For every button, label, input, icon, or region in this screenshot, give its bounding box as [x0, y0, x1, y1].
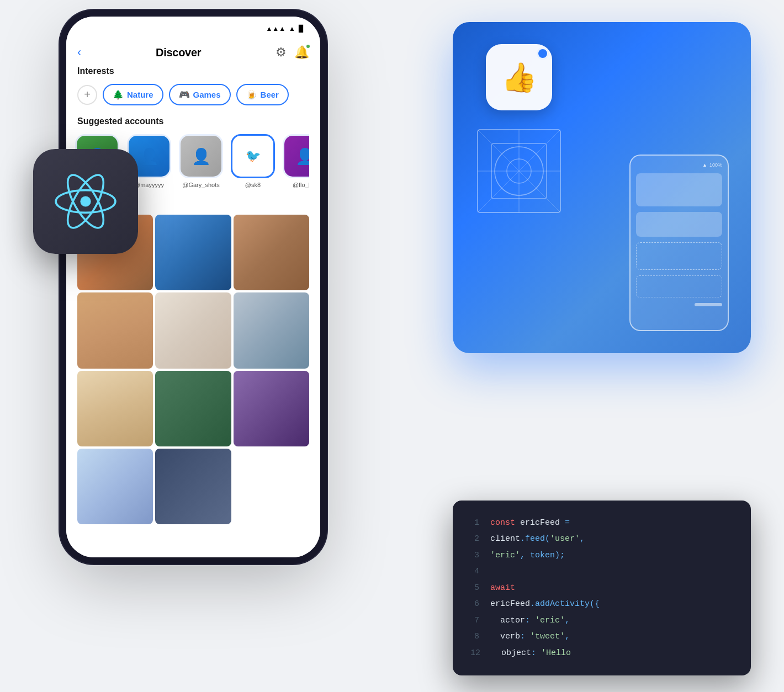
photo-cell-6[interactable] [234, 292, 309, 368]
line-content-8: verb: 'tweet', [490, 630, 570, 644]
code-line-4: 4 [470, 565, 733, 579]
battery-icon: ▉ [299, 25, 304, 33]
avatar-placeholder-5: 👤 [284, 136, 309, 177]
notification-icon[interactable]: 🔔 [294, 45, 309, 60]
photo-cell-10[interactable] [77, 449, 153, 524]
code-line-1: 1 const ericFeed = [470, 516, 733, 530]
photo-cell-3[interactable] [234, 215, 309, 290]
photo-cell-9[interactable] [234, 371, 309, 446]
nature-chip-icon: 🌲 [113, 89, 124, 100]
mini-dashed-block-2 [636, 275, 722, 297]
mini-dashed-block-1 [636, 242, 722, 270]
settings-icon[interactable]: ⚙ [276, 45, 287, 60]
code-line-3: 3 'eric', token); [470, 549, 733, 563]
back-button[interactable]: ‹ [77, 45, 81, 60]
mini-battery: 100% [709, 162, 722, 168]
avatar-flo: 👤 [283, 134, 309, 178]
username-gary: @Gary_shots [182, 182, 219, 188]
notification-dot [305, 44, 311, 49]
react-icon [52, 168, 119, 235]
line-num-5: 5 [470, 581, 479, 595]
mini-wifi: ▲ [702, 162, 707, 168]
mini-content-block-1 [636, 173, 722, 206]
code-lines: 1 const ericFeed = 2 client.feed('user',… [470, 516, 733, 661]
username-sk8: @sk8 [245, 182, 261, 188]
wireframe-svg [475, 127, 563, 215]
avatar-placeholder-3: 👤 [181, 136, 221, 177]
line-num-1: 1 [470, 516, 479, 530]
photo-cell-5[interactable] [155, 292, 231, 368]
chip-nature[interactable]: 🌲 Nature [103, 84, 163, 105]
mini-content-block-2 [636, 212, 722, 237]
line-num-7: 7 [470, 614, 479, 628]
chip-beer[interactable]: 🍺 Beer [236, 84, 289, 105]
code-line-8: 8 verb: 'tweet', [470, 630, 733, 644]
code-line-7: 7 actor: 'eric', [470, 614, 733, 628]
line-num-3: 3 [470, 549, 479, 563]
account-sk8[interactable]: 🐦 @sk8 [231, 134, 275, 188]
page-title: Discover [156, 46, 201, 59]
line-content-7: actor: 'eric', [490, 614, 570, 628]
beer-chip-icon: 🍺 [246, 89, 257, 100]
photo-cell-11[interactable] [155, 449, 231, 524]
phone-mockup: ▲▲▲ ▲ ▉ ‹ Discover ⚙ 🔔 [66, 17, 320, 557]
games-chip-label: Games [193, 90, 221, 99]
line-num-2: 2 [470, 532, 479, 546]
app-icon-like: 👍 [486, 44, 552, 110]
code-line-6: 6 ericFeed.addActivity({ [470, 597, 733, 611]
photo-cell-2[interactable] [155, 215, 231, 290]
react-icon-container [33, 149, 138, 254]
photo-cell-8[interactable] [155, 371, 231, 446]
account-gary[interactable]: 👤 @Gary_shots [179, 134, 223, 188]
notification-dot-blue [537, 47, 549, 60]
line-content-2: client.feed('user', [490, 532, 585, 546]
svg-point-0 [80, 196, 91, 206]
line-num-8: 8 [470, 630, 479, 644]
avatar-gary: 👤 [179, 134, 223, 178]
mini-scrollbar [695, 303, 722, 306]
signal-icon: ▲▲▲ [266, 25, 285, 33]
photo-grid [77, 215, 309, 524]
username-flo: @flo_bot [293, 182, 309, 188]
wifi-icon: ▲ [289, 25, 295, 33]
interests-label: Interests [77, 66, 309, 76]
phone-body: ▲▲▲ ▲ ▉ ‹ Discover ⚙ 🔔 [66, 17, 320, 557]
line-content-5: await [490, 581, 515, 595]
wireframe-container [475, 127, 563, 215]
blue-card-left: 👍 [475, 44, 563, 215]
code-block: 1 const ericFeed = 2 client.feed('user',… [453, 501, 751, 676]
line-content-9: object: 'Hello [491, 646, 571, 661]
thumbs-up-icon: 👍 [501, 61, 537, 94]
blue-card: 👍 [453, 22, 751, 353]
line-content-6: ericFeed.addActivity({ [490, 597, 600, 611]
beer-chip-label: Beer [261, 90, 279, 99]
photo-cell-7[interactable] [77, 371, 153, 446]
header-actions: ⚙ 🔔 [276, 45, 309, 60]
games-chip-icon: 🎮 [179, 89, 190, 100]
avatar-sk8: 🐦 [231, 134, 275, 178]
interests-section: Interests + 🌲 Nature 🎮 Games 🍺 [77, 66, 309, 105]
phone-header: ‹ Discover ⚙ 🔔 [66, 41, 320, 66]
line-num-4: 4 [470, 565, 479, 579]
line-content-3: 'eric', token); [490, 549, 565, 563]
code-line-2: 2 client.feed('user', [470, 532, 733, 546]
line-content-4 [490, 565, 495, 579]
chip-games[interactable]: 🎮 Games [169, 84, 231, 105]
phone-content: Interests + 🌲 Nature 🎮 Games 🍺 [66, 66, 320, 557]
code-line-5: 5 await [470, 581, 733, 595]
status-icons: ▲▲▲ ▲ ▉ [266, 25, 304, 33]
line-num-6: 6 [470, 597, 479, 611]
status-bar: ▲▲▲ ▲ ▉ [66, 17, 320, 41]
line-num-9: 12 [470, 646, 480, 661]
suggested-label: Suggested accounts [77, 116, 309, 126]
main-scene: ▲▲▲ ▲ ▉ ‹ Discover ⚙ 🔔 [0, 0, 784, 692]
interests-chips: + 🌲 Nature 🎮 Games 🍺 Beer [77, 84, 309, 105]
bird-icon: 🐦 [246, 149, 261, 163]
username-mayyyyy: @mayyyyy [134, 182, 164, 188]
mini-phone-frame: ▲ 100% [629, 155, 729, 331]
line-content-1: const ericFeed = [490, 516, 570, 530]
mini-status-bar: ▲ 100% [636, 162, 722, 168]
account-flo[interactable]: 👤 @flo_bot [283, 134, 309, 188]
add-interest-button[interactable]: + [77, 85, 97, 105]
photo-cell-4[interactable] [77, 292, 153, 368]
